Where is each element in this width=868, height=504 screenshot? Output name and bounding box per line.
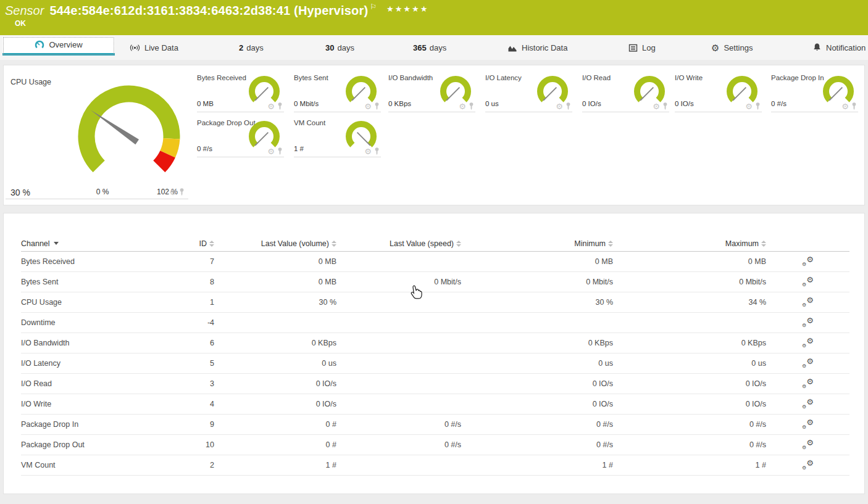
pin-icon[interactable] [374, 147, 380, 155]
channel-settings-icon[interactable]: ⚙⚙ [802, 277, 814, 287]
tab-bar: Overview Live Data 2 days 30 days 365 da… [0, 35, 868, 60]
tab-label: Notification [826, 43, 866, 52]
channels-table: Channel ID Last Value (volume) Last Valu… [21, 236, 849, 476]
gear-icon[interactable]: ⚙ [364, 147, 372, 155]
cell-maximum: 0 #/s [613, 420, 766, 429]
tab-30-days[interactable]: 30 days [325, 35, 354, 60]
gear-icon[interactable]: ⚙ [267, 147, 275, 155]
tab-365-days[interactable]: 365 days [413, 35, 446, 60]
table-row[interactable]: I/O Latency 5 0 us 0 us 0 us ⚙⚙ [21, 353, 849, 374]
cell-minimum: 30 % [461, 298, 613, 307]
channel-settings-icon[interactable]: ⚙⚙ [802, 460, 814, 471]
tab-live-data[interactable]: Live Data [130, 35, 178, 60]
mini-gauge-cell[interactable]: Package Drop Out 0 #/s ⚙ [197, 117, 284, 157]
table-row[interactable]: Package Drop Out 10 0 # 0 #/s 0 #/s 0 #/… [21, 435, 849, 455]
mini-gauge-cell[interactable]: VM Count 1 # ⚙ [294, 117, 381, 157]
cell-id: 4 [190, 400, 214, 408]
priority-stars-icon[interactable]: ★★★★★ [386, 4, 428, 14]
channel-settings-icon[interactable]: ⚙⚙ [802, 379, 814, 389]
flag-icon[interactable]: ⚐ [370, 2, 377, 11]
channel-settings-icon[interactable]: ⚙⚙ [802, 338, 814, 349]
gear-icon[interactable]: ⚙ [745, 102, 753, 110]
column-header-last-value-volume[interactable]: Last Value (volume) [214, 239, 336, 248]
tab-notifications[interactable]: Notification [812, 35, 866, 60]
table-row[interactable]: I/O Read 3 0 IO/s 0 IO/s 0 IO/s ⚙⚙ [21, 374, 849, 394]
table-row[interactable]: VM Count 2 1 # 1 # 1 # ⚙⚙ [21, 455, 849, 476]
mini-gauge-cell[interactable]: I/O Read 0 IO/s ⚙ [582, 72, 669, 112]
gear-icon[interactable]: ⚙ [459, 102, 466, 110]
page-title: 544e:584e:612d:3161:3834:6463:2d38:41 (H… [49, 4, 368, 17]
channel-settings-icon[interactable]: ⚙⚙ [802, 440, 814, 450]
pin-icon[interactable] [277, 147, 283, 155]
channel-settings-icon[interactable]: ⚙⚙ [802, 358, 814, 369]
column-header-last-value-speed[interactable]: Last Value (speed) [336, 239, 461, 248]
table-row[interactable]: Package Drop In 9 0 # 0 #/s 0 #/s 0 #/s … [21, 415, 849, 435]
cell-minimum: 0 #/s [461, 420, 613, 429]
table-row[interactable]: Bytes Sent 8 0 MB 0 Mbit/s 0 Mbit/s 0 Mb… [21, 272, 849, 292]
cell-channel: Downtime [21, 318, 190, 327]
table-row[interactable]: Downtime -4 ⚙⚙ [21, 313, 849, 333]
tab-label: Historic Data [522, 43, 567, 52]
cell-last-value-volume: 0 # [214, 420, 336, 429]
pin-icon[interactable] [662, 102, 668, 110]
column-header-id[interactable]: ID [190, 239, 214, 248]
pin-icon[interactable] [277, 102, 283, 110]
mini-gauge-cell[interactable]: I/O Bandwidth 0 KBps ⚙ [388, 72, 475, 112]
cell-last-value-speed: 0 Mbit/s [336, 278, 461, 286]
tab-number: 365 [413, 43, 427, 52]
pin-icon[interactable] [565, 102, 571, 110]
tab-label: days [430, 43, 446, 52]
pin-icon[interactable] [374, 102, 380, 110]
tab-historic-data[interactable]: Historic Data [507, 35, 567, 60]
gear-icon[interactable]: ⚙ [556, 102, 563, 110]
cell-id: 8 [190, 278, 214, 286]
channel-settings-icon[interactable]: ⚙⚙ [802, 318, 814, 328]
mini-gauge-cell[interactable]: Package Drop In 0 #/s ⚙ [771, 72, 858, 112]
column-header-channel[interactable]: Channel [21, 239, 190, 248]
gear-icon: ⚙ [711, 43, 719, 52]
cell-last-value-volume: 0 MB [214, 278, 336, 286]
gear-icon[interactable]: ⚙ [267, 102, 275, 110]
tab-label: Settings [724, 43, 753, 52]
gauge-title: Package Drop In [771, 74, 824, 81]
gear-icon[interactable]: ⚙ [169, 188, 177, 196]
mini-gauge-cell[interactable]: Bytes Received 0 MB ⚙ [197, 72, 284, 112]
channel-settings-icon[interactable]: ⚙⚙ [802, 257, 814, 267]
channel-settings-icon[interactable]: ⚙⚙ [802, 419, 814, 430]
cell-id: 6 [190, 339, 214, 347]
gauge-value: 0 us [485, 100, 499, 107]
cpu-gauge-dial [6, 72, 188, 189]
cell-minimum: 0 IO/s [461, 400, 613, 408]
table-row[interactable]: CPU Usage 1 30 % 30 % 34 % ⚙⚙ [21, 292, 849, 313]
table-row[interactable]: I/O Bandwidth 6 0 KBps 0 KBps 0 KBps ⚙⚙ [21, 333, 849, 353]
tab-log[interactable]: Log [628, 35, 656, 60]
cell-last-value-volume: 30 % [214, 298, 336, 307]
cell-last-value-volume: 0 # [214, 440, 336, 449]
pin-icon[interactable] [755, 102, 761, 110]
gauge-cpu-usage: CPU Usage 0 % 102 % 30 % ⚙ [6, 72, 188, 199]
tab-overview[interactable]: Overview [2, 36, 115, 56]
cell-id: 5 [190, 359, 214, 368]
pin-icon[interactable] [851, 102, 857, 110]
pin-icon[interactable] [179, 188, 185, 196]
tab-settings[interactable]: ⚙ Settings [711, 35, 753, 60]
pin-icon[interactable] [469, 102, 474, 110]
mini-gauge-cell[interactable]: Bytes Sent 0 Mbit/s ⚙ [294, 72, 381, 112]
gear-icon[interactable]: ⚙ [653, 102, 660, 110]
cell-channel: Package Drop Out [21, 440, 190, 449]
gear-icon[interactable]: ⚙ [841, 102, 849, 110]
mini-gauge-cell[interactable]: I/O Write 0 IO/s ⚙ [675, 72, 762, 112]
gauge-min-label: 0 % [88, 188, 117, 196]
cell-maximum: 0 Mbit/s [613, 278, 766, 286]
gauge-value: 0 IO/s [675, 100, 694, 107]
channel-settings-icon[interactable]: ⚙⚙ [802, 297, 814, 308]
table-row[interactable]: Bytes Received 7 0 MB 0 MB 0 MB ⚙⚙ [21, 252, 849, 272]
gear-icon[interactable]: ⚙ [364, 102, 372, 110]
cell-minimum: 0 Mbit/s [461, 278, 613, 286]
mini-gauge-cell[interactable]: I/O Latency 0 us ⚙ [485, 72, 572, 112]
channel-settings-icon[interactable]: ⚙⚙ [802, 399, 814, 410]
column-header-minimum[interactable]: Minimum [461, 239, 613, 248]
column-header-maximum[interactable]: Maximum [613, 239, 766, 248]
tab-2-days[interactable]: 2 days [239, 35, 264, 60]
table-row[interactable]: I/O Write 4 0 IO/s 0 IO/s 0 IO/s ⚙⚙ [21, 394, 849, 415]
